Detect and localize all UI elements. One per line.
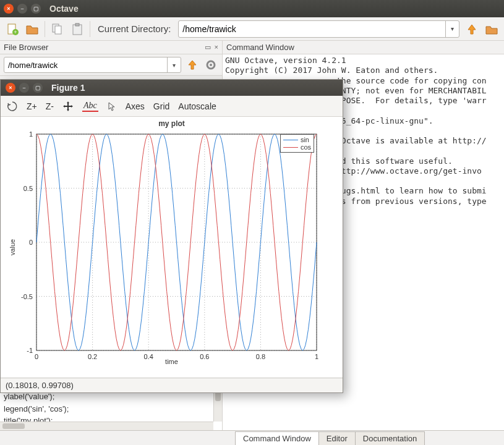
scrollbar-thumb[interactable]: [2, 423, 25, 429]
svg-text:0.6: 0.6: [200, 353, 209, 360]
svg-text:0.2: 0.2: [88, 353, 97, 360]
window-close-icon[interactable]: ×: [4, 4, 14, 14]
tab-documentation[interactable]: Documentation: [355, 431, 425, 445]
svg-text:-0.5: -0.5: [21, 293, 33, 300]
text-icon[interactable]: Abc: [82, 101, 98, 112]
tab-command-window[interactable]: Command Window: [235, 431, 319, 445]
x-axis-label: time: [165, 358, 178, 365]
chevron-down-icon[interactable]: ▾: [167, 57, 181, 72]
up-directory-icon[interactable]: [185, 57, 200, 72]
y-axis-label: value: [9, 239, 16, 255]
axes-button[interactable]: Axes: [126, 101, 145, 111]
scrollbar-horizontal[interactable]: [0, 422, 213, 430]
svg-text:-1: -1: [27, 347, 33, 354]
toolbar-separator: [90, 21, 90, 37]
file-browser-header: File Browser ▭ ×: [0, 41, 222, 54]
browse-folder-icon[interactable]: [484, 22, 499, 36]
chart-legend: sin cos: [280, 134, 314, 153]
command-window-header: Command Window: [223, 41, 504, 54]
window-close-icon[interactable]: ×: [6, 83, 15, 93]
svg-text:0.8: 0.8: [256, 353, 265, 360]
window-maximize-icon[interactable]: ▢: [33, 83, 43, 93]
file-browser-path-row: ▾: [0, 54, 222, 76]
main-window-titlebar: × – ▢ Octave: [0, 0, 504, 17]
autoscale-button[interactable]: Autoscale: [178, 101, 216, 111]
window-maximize-icon[interactable]: ▢: [31, 4, 41, 14]
copy-icon[interactable]: [50, 22, 65, 36]
svg-point-8: [210, 64, 212, 66]
command-window-title: Command Window: [226, 43, 294, 52]
undock-icon[interactable]: ▭: [205, 43, 211, 51]
zoom-in-button[interactable]: Z+: [27, 101, 37, 111]
legend-swatch-cos: [283, 147, 298, 148]
file-browser-path-input[interactable]: [4, 57, 167, 72]
figure-window[interactable]: × – ▢ Figure 1 Z+ Z- Abc Axes Grid Autos…: [0, 79, 343, 393]
svg-text:1: 1: [315, 353, 318, 360]
plot-area[interactable]: my plot value 00.20.40.60.81-1-0.500.51 …: [1, 117, 343, 378]
current-directory-combo[interactable]: ▾: [178, 20, 459, 38]
svg-rect-4: [55, 26, 61, 34]
legend-label-sin: sin: [301, 136, 309, 143]
main-toolbar: + Current Directory: ▾: [0, 17, 504, 41]
figure-status-text: (0.18018, 0.99708): [6, 381, 74, 390]
svg-text:0.4: 0.4: [144, 353, 153, 360]
figure-status-bar: (0.18018, 0.99708): [1, 378, 343, 392]
chevron-down-icon[interactable]: ▾: [445, 21, 459, 37]
paste-icon[interactable]: [70, 22, 85, 36]
legend-entry-sin: sin: [283, 136, 311, 143]
svg-text:0.5: 0.5: [23, 185, 33, 192]
file-browser-path-combo[interactable]: ▾: [4, 57, 181, 73]
tab-editor[interactable]: Editor: [318, 431, 356, 445]
open-folder-icon[interactable]: [25, 22, 40, 36]
grid-button[interactable]: Grid: [153, 101, 169, 111]
pan-icon[interactable]: [62, 101, 74, 112]
figure-toolbar: Z+ Z- Abc Axes Grid Autoscale: [1, 96, 343, 117]
svg-text:1: 1: [29, 130, 33, 138]
svg-rect-6: [75, 23, 79, 26]
window-minimize-icon[interactable]: –: [17, 4, 27, 14]
legend-swatch-sin: [283, 140, 298, 140]
chart-title: my plot: [1, 119, 343, 128]
new-file-icon[interactable]: +: [5, 22, 20, 36]
pointer-icon[interactable]: [107, 101, 117, 111]
legend-entry-cos: cos: [283, 143, 311, 151]
rotate-icon[interactable]: [7, 101, 18, 112]
chart-canvas: 00.20.40.60.81-1-0.500.51: [1, 128, 344, 369]
window-minimize-icon[interactable]: –: [19, 83, 29, 93]
svg-text:0: 0: [35, 353, 38, 360]
svg-text:+: +: [14, 29, 17, 35]
app-title: Octave: [49, 4, 79, 14]
bottom-tabs: Command Window Editor Documentation: [0, 430, 504, 445]
current-directory-input[interactable]: [179, 24, 445, 34]
file-browser-title: File Browser: [4, 43, 48, 52]
svg-text:0: 0: [29, 239, 33, 246]
close-panel-icon[interactable]: ×: [215, 43, 218, 51]
zoom-out-button[interactable]: Z-: [46, 101, 54, 111]
legend-label-cos: cos: [301, 143, 311, 151]
current-directory-label: Current Directory:: [98, 23, 171, 34]
up-directory-icon[interactable]: [464, 22, 479, 36]
toolbar-separator: [45, 21, 45, 37]
figure-window-titlebar[interactable]: × – ▢ Figure 1: [1, 80, 343, 96]
gear-icon[interactable]: [203, 57, 218, 72]
figure-title: Figure 1: [51, 83, 85, 93]
